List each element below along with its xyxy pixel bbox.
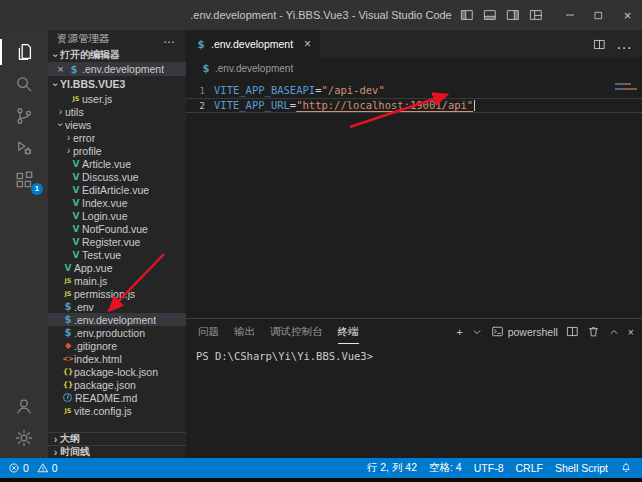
maximize-button[interactable] <box>584 0 613 30</box>
env-file-icon: $ <box>195 39 207 50</box>
window-edge <box>0 478 642 482</box>
activity-source-control[interactable] <box>0 100 48 132</box>
panel-tab-问题[interactable]: 问题 <box>198 319 219 344</box>
file-label: error <box>73 132 95 144</box>
status-errors[interactable]: 0 <box>8 462 29 474</box>
file-main.js[interactable]: JSmain.js <box>48 274 186 287</box>
file-permission.js[interactable]: JSpermission.js <box>48 287 186 300</box>
file-.env.development[interactable]: $.env.development <box>48 313 186 326</box>
file-EditArticle.vue[interactable]: VEditArticle.vue <box>48 183 186 196</box>
close-editor-icon[interactable]: × <box>55 63 66 75</box>
status-eol[interactable]: CRLF <box>515 462 542 474</box>
status-warnings[interactable]: 0 <box>37 462 58 474</box>
file-label: .env <box>74 301 94 313</box>
activity-extensions[interactable]: 1 <box>0 164 48 196</box>
explorer-icon <box>13 41 35 63</box>
section-label: 时间线 <box>60 445 90 458</box>
readme-info-icon: i <box>63 393 72 402</box>
file-label: .env.production <box>74 327 145 339</box>
open-editor-item[interactable]: × $ .env.development <box>48 62 186 76</box>
file-label: profile <box>73 145 102 157</box>
status-indentation[interactable]: 空格: 4 <box>429 461 462 475</box>
status-encoding[interactable]: UTF-8 <box>474 462 504 474</box>
kill-terminal[interactable] <box>587 325 600 338</box>
new-terminal[interactable]: + <box>457 326 463 338</box>
folder-error[interactable]: ›error <box>48 131 186 144</box>
project-label: YI.BBS.VUE3 <box>60 78 125 90</box>
activity-search[interactable] <box>0 68 48 100</box>
file-Register.vue[interactable]: VRegister.vue <box>48 235 186 248</box>
terminal-selector[interactable]: powershell <box>491 325 558 338</box>
file-Index.vue[interactable]: VIndex.vue <box>48 196 186 209</box>
toggle-secondary-sidebar-icon[interactable] <box>506 8 520 22</box>
status-cursor-position[interactable]: 行 2, 列 42 <box>367 461 417 475</box>
open-editors-header[interactable]: › 打开的编辑器 <box>48 48 186 62</box>
more-actions-icon[interactable]: … <box>616 35 632 53</box>
folder-utils[interactable]: ›utils <box>48 105 186 118</box>
file-user.js[interactable]: JSuser.js <box>48 92 186 105</box>
trash-icon <box>587 325 600 338</box>
tab-env-development[interactable]: $ .env.development × <box>186 30 320 58</box>
panel-tabs: 问题输出调试控制台终端 <box>198 319 374 344</box>
file-Discuss.vue[interactable]: VDiscuss.vue <box>48 170 186 183</box>
git-file-icon: ◆ <box>62 341 74 350</box>
panel-tab-终端[interactable]: 终端 <box>338 319 359 344</box>
file-package-lock.json[interactable]: {}package-lock.json <box>48 365 186 378</box>
minimize-button[interactable] <box>555 0 584 30</box>
customize-layout-icon[interactable] <box>529 8 543 22</box>
panel-tab-调试控制台[interactable]: 调试控制台 <box>270 319 323 344</box>
tab-close-icon[interactable]: × <box>304 37 311 51</box>
file-index.html[interactable]: <>index.html <box>48 352 186 365</box>
file-vite.config.js[interactable]: JSvite.config.js <box>48 404 186 417</box>
js-file-icon: JS <box>62 407 74 415</box>
env-file-icon: $ <box>62 327 74 338</box>
section-大纲[interactable]: ›大纲 <box>48 432 186 445</box>
section-时间线[interactable]: ›时间线 <box>48 445 186 458</box>
file-README.md[interactable]: iREADME.md <box>48 391 186 404</box>
file-.env.production[interactable]: $.env.production <box>48 326 186 339</box>
breadcrumb[interactable]: $ .env.development <box>186 58 642 78</box>
maximize-icon <box>593 10 604 21</box>
minimap[interactable] <box>615 83 639 93</box>
status-language-mode[interactable]: Shell Script <box>555 462 608 474</box>
file-package.json[interactable]: {}package.json <box>48 378 186 391</box>
code-line-2: 2VITE_APP_URL="http://localhost:19001/ap… <box>186 98 642 113</box>
maximize-panel[interactable] <box>608 326 620 338</box>
editor-code[interactable]: 1VITE_APP_BASEAPI="/api-dev"2VITE_APP_UR… <box>186 78 642 318</box>
project-section-header[interactable]: › YI.BBS.VUE3 <box>48 76 186 92</box>
close-panel[interactable]: × <box>628 326 634 338</box>
folder-profile[interactable]: ›profile <box>48 144 186 157</box>
status-notifications[interactable] <box>620 462 632 474</box>
file-Login.vue[interactable]: VLogin.vue <box>48 209 186 222</box>
activity-run-debug[interactable] <box>0 132 48 164</box>
activity-account[interactable] <box>0 390 48 422</box>
status-left: 00 <box>8 462 58 474</box>
search-icon <box>13 73 35 95</box>
error-icon <box>8 462 20 474</box>
toggle-panel-icon[interactable] <box>483 8 497 22</box>
close-window-button[interactable]: × <box>613 0 642 30</box>
panel-tab-输出[interactable]: 输出 <box>234 319 255 344</box>
split-terminal[interactable] <box>566 325 579 338</box>
terminal[interactable]: PS D:\CSharp\Yi\Yi.BBS.Vue3> <box>186 344 642 458</box>
more-actions-icon[interactable]: … <box>163 36 176 42</box>
workbench: 1 资源管理器 … › 打开的编辑器 × $ .env.development … <box>0 30 642 458</box>
file-NotFound.vue[interactable]: VNotFound.vue <box>48 222 186 235</box>
env-file-icon: $ <box>68 64 80 75</box>
toggle-primary-sidebar-icon[interactable] <box>460 8 474 22</box>
file-label: App.vue <box>74 262 113 274</box>
activity-explorer[interactable] <box>0 36 48 68</box>
file-Article.vue[interactable]: VArticle.vue <box>48 157 186 170</box>
file-.gitignore[interactable]: ◆.gitignore <box>48 339 186 352</box>
editor-group: $ .env.development × … $ .env.developmen… <box>186 30 642 458</box>
launch-profile-dropdown[interactable] <box>471 326 483 338</box>
vue-file-icon: V <box>70 185 82 195</box>
file-label: NotFound.vue <box>82 223 148 235</box>
vue-file-icon: V <box>70 172 82 182</box>
file-Test.vue[interactable]: VTest.vue <box>48 248 186 261</box>
split-editor-icon[interactable] <box>593 38 606 51</box>
folder-views[interactable]: ›views <box>48 118 186 131</box>
file-App.vue[interactable]: VApp.vue <box>48 261 186 274</box>
activity-settings[interactable] <box>0 422 48 454</box>
file-.env[interactable]: $.env <box>48 300 186 313</box>
